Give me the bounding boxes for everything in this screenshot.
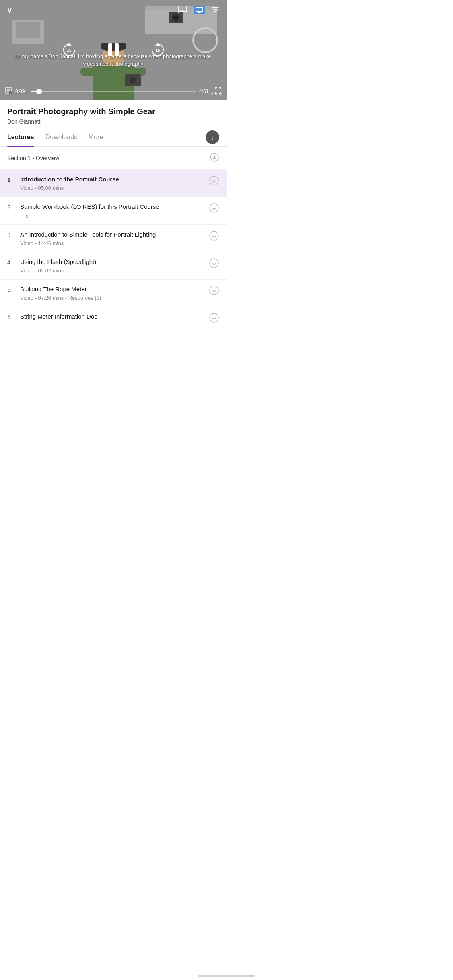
lecture-download-icon[interactable] [209, 258, 219, 270]
notes-icon[interactable]: + [5, 87, 12, 96]
scrubber-area: + 0:09 4:51 [0, 84, 226, 100]
lecture-item[interactable]: 3 An Introduction to Simple Tools for Po… [0, 225, 226, 252]
lecture-download-icon[interactable] [209, 285, 219, 297]
section-title: Section 1 - Overview [7, 155, 59, 161]
lecture-title: An Introduction to Simple Tools for Port… [20, 231, 204, 239]
svg-rect-25 [115, 43, 119, 56]
instructor-name: Don Giannatti [7, 118, 219, 125]
lecture-download-icon[interactable] [209, 313, 219, 325]
airplay-icon[interactable] [194, 6, 205, 14]
lecture-meta: Video - 02:02 mins [20, 268, 204, 274]
lecture-number: 4 [7, 258, 15, 266]
svg-text:+: + [10, 92, 11, 95]
download-all-icon: ↓ [211, 134, 214, 141]
video-player: Hi my name's Don Jannati I'm holding a c… [0, 0, 226, 100]
svg-point-18 [178, 12, 179, 13]
time-current: 0:09 [15, 89, 27, 94]
lecture-title: String Meter Information Doc [20, 313, 204, 321]
lecture-item[interactable]: 5 Building The Rope Meter Video - 07:26 … [0, 280, 226, 307]
lecture-download-icon[interactable] [209, 175, 219, 187]
course-title: Portrait Photography with Simple Gear [7, 106, 219, 117]
lecture-content: Sample Workbook (LO RES) for this Portra… [20, 203, 204, 218]
lecture-title: Introduction to the Portrait Course [20, 175, 204, 183]
lecture-content: Introduction to the Portrait Course Vide… [20, 175, 204, 191]
lecture-meta: Video - 07:26 mins - Resources (1) [20, 295, 204, 301]
cast-icon[interactable] [178, 6, 187, 14]
svg-text:15: 15 [67, 48, 72, 53]
course-info: Portrait Photography with Simple Gear Do… [0, 100, 226, 128]
tab-downloads[interactable]: Downloads [45, 128, 77, 146]
rewind-button[interactable]: 15 [60, 41, 78, 59]
svg-text:15: 15 [155, 48, 160, 53]
progress-thumb[interactable] [36, 89, 42, 94]
lecture-content: Using the Flash (Speedlight) Video - 02:… [20, 258, 204, 274]
top-controls: ∨ [0, 0, 226, 20]
udemy-watermark: Udemy [208, 91, 222, 96]
section-download-icon[interactable] [210, 152, 219, 164]
progress-bar[interactable] [31, 91, 196, 92]
lecture-meta: Video - 14:46 mins [20, 240, 204, 246]
lecture-number: 3 [7, 231, 15, 238]
tab-more[interactable]: More [89, 128, 103, 146]
lecture-item[interactable]: 6 String Meter Information Doc [0, 307, 226, 333]
lecture-content: String Meter Information Doc [20, 313, 204, 322]
center-controls: 15 15 [0, 39, 226, 61]
tabs: Lectures Downloads More ↓ [0, 128, 226, 147]
svg-rect-16 [16, 22, 40, 38]
lecture-content: Building The Rope Meter Video - 07:26 mi… [20, 285, 204, 301]
lecture-title: Sample Workbook (LO RES) for this Portra… [20, 203, 204, 211]
download-all-button[interactable]: ↓ [206, 130, 219, 144]
forward-button[interactable]: 15 [149, 41, 167, 59]
lecture-item[interactable]: 1 Introduction to the Portrait Course Vi… [0, 170, 226, 197]
back-chevron-icon[interactable]: ∨ [6, 5, 13, 15]
lecture-item[interactable]: 4 Using the Flash (Speedlight) Video - 0… [0, 252, 226, 280]
lecture-title: Using the Flash (Speedlight) [20, 258, 204, 266]
tab-lectures[interactable]: Lectures [7, 128, 34, 146]
lecture-meta: File [20, 213, 204, 219]
svg-point-14 [130, 77, 136, 84]
lecture-title: Building The Rope Meter [20, 285, 204, 293]
svg-rect-24 [108, 43, 112, 56]
lecture-content: An Introduction to Simple Tools for Port… [20, 231, 204, 246]
lecture-item[interactable]: 2 Sample Workbook (LO RES) for this Port… [0, 197, 226, 224]
pause-button[interactable] [102, 39, 125, 61]
lecture-download-icon[interactable] [209, 231, 219, 243]
svg-rect-11 [80, 68, 95, 76]
lecture-list: Section 1 - Overview 1 Introduction to t… [0, 147, 226, 333]
lecture-number: 2 [7, 203, 15, 210]
lecture-meta: Video - 05:00 mins [20, 185, 204, 191]
lecture-download-icon[interactable] [209, 203, 219, 215]
section-header: Section 1 - Overview [0, 147, 226, 170]
lecture-number: 1 [7, 175, 15, 183]
settings-icon[interactable] [211, 6, 220, 14]
lecture-number: 6 [7, 313, 15, 320]
lecture-number: 5 [7, 285, 15, 293]
